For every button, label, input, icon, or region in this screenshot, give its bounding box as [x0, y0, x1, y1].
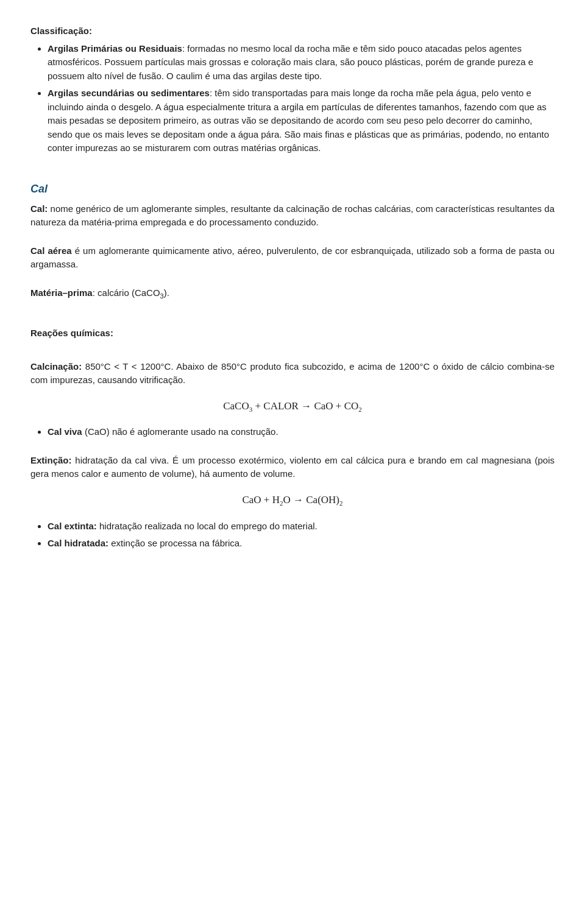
reacoes-heading: Reações químicas:	[30, 326, 555, 340]
classificacao-section: Classificação: Argilas Primárias ou Resi…	[30, 24, 555, 155]
cal-extinta-bold: Cal extinta:	[48, 521, 97, 531]
materia-prima-text: : calcário (CaCO	[93, 287, 160, 298]
formula1: CaCO3 + CALOR → CaO + CO2	[223, 400, 362, 412]
cal-viva-text: (CaO) não é aglomerante usado na constru…	[82, 426, 278, 437]
primarias-bold: Argilas Primárias ou Residuais	[48, 43, 182, 54]
list-item-primarias: Argilas Primárias ou Residuais: formadas…	[48, 42, 555, 83]
list-item-secundarias: Argilas secundárias ou sedimentares: têm…	[48, 86, 555, 155]
cal-extinta-list: Cal extinta: hidratação realizada no loc…	[48, 520, 555, 551]
cal-section: Cal Cal: nome genérico de um aglomerante…	[30, 181, 555, 551]
cal-hidratada-text: extinção se processa na fábrica.	[108, 538, 242, 548]
calcinacao-bold: Calcinação:	[30, 361, 82, 372]
formula2: CaO + H2O → Ca(OH)2	[242, 494, 342, 506]
formula2-block: CaO + H2O → Ca(OH)2	[30, 492, 555, 509]
materia-prima-bold: Matéria–prima	[30, 287, 93, 298]
list-item-cal-hidratada: Cal hidratada: extinção se processa na f…	[48, 537, 555, 551]
cal-title: Cal	[30, 181, 555, 197]
calcinacao-para: Calcinação: 850°C < T < 1200°C. Abaixo d…	[30, 360, 555, 387]
list-item-cal-extinta: Cal extinta: hidratação realizada no loc…	[48, 520, 555, 534]
formula1-block: CaCO3 + CALOR → CaO + CO2	[30, 398, 555, 415]
cal-extinta-text: hidratação realizada no local do emprego…	[97, 521, 317, 531]
cal-aerea-text: é um aglomerante quimicamente ativo, aér…	[30, 245, 555, 270]
classificacao-heading: Classificação:	[30, 24, 555, 38]
cal-viva-list: Cal viva (CaO) não é aglomerante usado n…	[48, 425, 555, 439]
cal-viva-bold: Cal viva	[48, 426, 82, 437]
extincao-bold: Extinção:	[30, 455, 72, 465]
list-item-cal-viva: Cal viva (CaO) não é aglomerante usado n…	[48, 425, 555, 439]
cal-aerea-para: Cal aérea é um aglomerante quimicamente …	[30, 244, 555, 272]
materia-prima-para: Matéria–prima: calcário (CaCO3).	[30, 286, 555, 302]
extincao-para: Extinção: hidratação da cal viva. É um p…	[30, 454, 555, 481]
cal-intro: Cal: nome genérico de um aglomerante sim…	[30, 202, 555, 230]
cal-hidratada-bold: Cal hidratada:	[48, 538, 108, 548]
cal-intro-text: nome genérico de um aglomerante simples,…	[30, 203, 555, 228]
calcinacao-text: 850°C < T < 1200°C. Abaixo de 850°C prod…	[30, 361, 555, 386]
cal-intro-bold: Cal:	[30, 203, 48, 214]
cal-aerea-bold: Cal aérea	[30, 245, 72, 256]
extincao-text: hidratação da cal viva. É um processo ex…	[30, 455, 555, 479]
materia-prima-end: ).	[164, 287, 169, 298]
classificacao-list: Argilas Primárias ou Residuais: formadas…	[48, 42, 555, 155]
secundarias-bold: Argilas secundárias ou sedimentares	[48, 88, 210, 98]
